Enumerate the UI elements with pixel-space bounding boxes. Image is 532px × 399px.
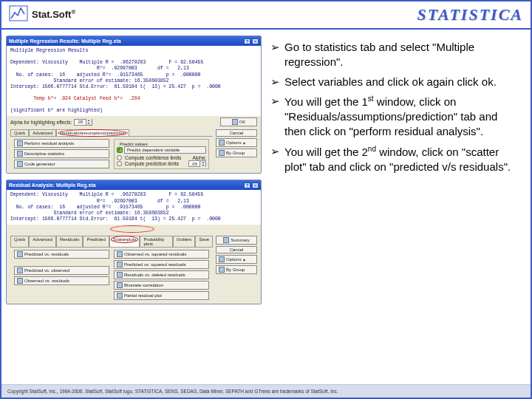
code-generator-button[interactable]: Code generator [14, 160, 109, 168]
summary-icon [223, 237, 229, 243]
instructions-column: ➢Go to statistics tab and select "Multip… [266, 30, 531, 384]
tab-outliers[interactable]: Outliers [173, 236, 196, 247]
close-icon[interactable]: × [252, 38, 259, 44]
instruction-item: ➢Go to statistics tab and select "Multip… [270, 40, 517, 70]
window2-stats-area: Dependent: Viscosity Multiple R = .96279… [7, 190, 261, 225]
tab-quick[interactable]: Quick [10, 129, 29, 136]
arrow-bullet-icon: ➢ [270, 94, 280, 140]
residual-analysis-window: Residual Analysis: Multiple Reg.sta ? × … [6, 180, 262, 304]
chart-icon [17, 140, 23, 146]
group-icon [219, 267, 225, 273]
scatter-icon [117, 272, 123, 278]
ok-button[interactable]: OK [220, 117, 257, 126]
gear-icon [219, 140, 225, 146]
red-circle-annotation [110, 225, 154, 233]
regression-results-window: Multiple Regression Results: Multiple Re… [6, 35, 262, 174]
window1-title: Multiple Regression Results: Multiple Re… [9, 38, 121, 44]
window2-titlebar: Residual Analysis: Multiple Reg.sta ? × [7, 180, 261, 190]
bivariate-correlation-button[interactable]: Bivariate correlation [114, 281, 209, 290]
options-button[interactable]: Options ▾ [216, 138, 257, 147]
predict-dependent-button[interactable]: Predict dependent variable [124, 146, 206, 154]
tab-scatterplots[interactable]: Scatterplots [109, 236, 140, 247]
by-group-button[interactable]: By Group [216, 149, 257, 157]
slide-header: Stat.Soft® STATISTICA [1, 1, 531, 30]
scatter-icon [117, 251, 123, 257]
stats-icon [17, 151, 23, 157]
slide-body: Multiple Regression Results: Multiple Re… [1, 30, 531, 384]
predicted-vs-observed-button[interactable]: Predicted vs. observed [14, 266, 109, 275]
arrow-bullet-icon: ➢ [270, 75, 280, 89]
summary-button[interactable]: Summary [216, 236, 257, 245]
slide: Stat.Soft® STATISTICA Multiple Regressio… [0, 0, 532, 399]
slide-footer: Copyright StatSoft, Inc., 1984-2006. Sta… [1, 384, 531, 398]
tab-probability[interactable]: Probability plots [140, 236, 172, 247]
descriptive-statistics-button[interactable]: Descriptive statistics [14, 149, 109, 158]
instruction-item: ➢You will get the 2nd window, click on "… [270, 144, 517, 175]
scatter-icon [17, 251, 23, 257]
perform-residual-analysis-button[interactable]: Perform residual analysis [14, 139, 109, 148]
statsoft-logo: Stat.Soft® [9, 5, 75, 24]
observed-vs-residuals-button[interactable]: Observed vs. residuals [14, 276, 109, 285]
scatter-icon [117, 282, 123, 288]
observed-vs-sq-residuals-button[interactable]: Observed vs. squared residuals [114, 250, 209, 259]
alpha-label: Alpha for highlighting effects: [10, 120, 72, 125]
chevron-down-icon[interactable]: ▾ [86, 122, 92, 125]
pred-limits-radio[interactable] [117, 161, 122, 166]
window1-stats-area: Multiple Regression Results Dependent: V… [7, 46, 261, 116]
alpha2-spinner[interactable]: .05▴▾ [188, 160, 206, 167]
options-button[interactable]: Options ▾ [216, 255, 257, 264]
tab-advanced[interactable]: Advanced [29, 236, 56, 247]
scatter-icon [17, 278, 23, 284]
tab-advanced[interactable]: Advanced [29, 129, 56, 136]
window1-titlebar: Multiple Regression Results: Multiple Re… [7, 36, 261, 46]
copyright-text: Copyright StatSoft, Inc., 1984-2006. Sta… [7, 389, 338, 394]
tab-save[interactable]: Save [195, 236, 213, 247]
instruction-text: Go to statistics tab and select "Multipl… [284, 40, 517, 70]
tab-predicted[interactable]: Predicted [83, 236, 109, 247]
window2-title: Residual Analysis: Multiple Reg.sta [9, 183, 96, 188]
scatter-icon [117, 262, 123, 267]
conf-limits-radio[interactable] [117, 155, 122, 160]
residuals-vs-deleted-button[interactable]: Residuals vs. deleted residuals [114, 270, 209, 279]
question-icon: ? [117, 147, 123, 153]
predicted-vs-residuals-button[interactable]: Predicted vs. residuals [14, 250, 109, 259]
arrow-bullet-icon: ➢ [270, 144, 280, 175]
statsoft-logo-text: Stat.Soft® [32, 9, 75, 20]
help-icon[interactable]: ? [244, 38, 250, 44]
cancel-button[interactable]: Cancel [216, 129, 257, 137]
pred-vs-sq-residuals-button[interactable]: Predicted vs. squared residuals [114, 260, 209, 269]
close-icon[interactable]: × [252, 183, 259, 188]
cancel-button[interactable]: Cancel [216, 246, 257, 253]
scatter-icon [17, 267, 23, 273]
help-icon[interactable]: ? [244, 183, 250, 188]
by-group-button[interactable]: By Group [216, 265, 257, 274]
instruction-item: ➢You will get the 1st window, click on "… [270, 94, 517, 140]
summary-icon [232, 119, 238, 125]
tab-residuals[interactable]: Residuals [56, 236, 83, 247]
instructions-list: ➢Go to statistics tab and select "Multip… [270, 40, 517, 174]
screenshots-column: Multiple Regression Results: Multiple Re… [1, 30, 266, 384]
arrow-bullet-icon: ➢ [270, 40, 280, 70]
gear-icon [219, 256, 225, 262]
tab-quick[interactable]: Quick [10, 236, 29, 247]
group-icon [219, 150, 225, 156]
instruction-text: Select variables and click ok again clic… [284, 75, 497, 89]
partial-residual-button[interactable]: Partial residual plot [114, 291, 209, 300]
scatter-icon [117, 293, 123, 299]
instruction-item: ➢Select variables and click ok again cli… [270, 75, 517, 89]
instruction-text: You will get the 1st window, click on "R… [284, 94, 517, 140]
alpha-spinner[interactable]: .05▴▾ [74, 119, 92, 126]
statistica-brand: STATISTICA [417, 5, 523, 24]
statsoft-logo-icon [9, 5, 28, 24]
instruction-text: You will get the 2nd window, click on "s… [284, 144, 517, 175]
tab-residuals-assumptions[interactable]: Residuals/assumptions/prediction [56, 129, 129, 136]
code-icon [17, 161, 23, 167]
